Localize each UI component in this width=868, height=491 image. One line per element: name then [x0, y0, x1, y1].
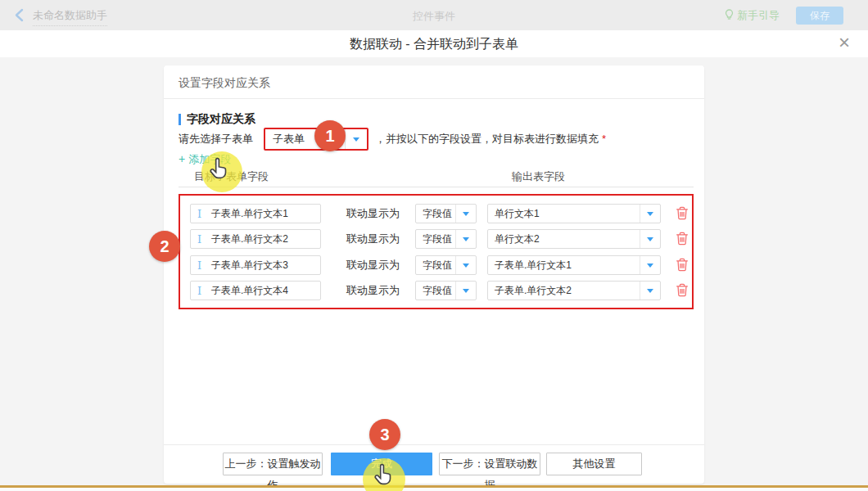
mapping-row: I 子表单.单行文本3 联动显示为 字段值 子表单.单行文本1: [180, 255, 692, 275]
output-field-select[interactable]: 单行文本1: [487, 204, 661, 223]
output-field-value: 单行文本1: [495, 205, 540, 223]
trash-icon[interactable]: [676, 283, 689, 297]
document-title[interactable]: 未命名数据助手: [33, 8, 107, 26]
section-title-label: 字段对应关系: [187, 112, 255, 127]
beginner-guide-label: 新手引导: [737, 8, 780, 23]
text-field-icon: I: [197, 259, 201, 273]
bottom-strip: [0, 488, 868, 491]
hint-text: ，并按以下的字段设置，对目标表进行数据填充: [375, 133, 599, 145]
app-top-bar: 未命名数据助手 控件事件 新手引导 保存: [0, 0, 868, 30]
mapping-row: I 子表单.单行文本1 联动显示为 字段值 单行文本1: [180, 204, 692, 223]
lightbulb-icon: [725, 9, 734, 23]
footer-divider: [164, 444, 704, 445]
value-type-value: 字段值: [423, 256, 452, 274]
caret-down-icon[interactable]: [640, 230, 660, 248]
caret-down-icon[interactable]: [455, 230, 476, 248]
target-field-input[interactable]: I 子表单.单行文本4: [190, 281, 321, 300]
output-field-select[interactable]: 子表单.单行文本2: [487, 281, 661, 300]
caret-down-icon[interactable]: [455, 205, 476, 223]
target-field-input[interactable]: I 子表单.单行文本1: [190, 204, 321, 223]
value-type-select[interactable]: 字段值: [415, 229, 477, 249]
output-field-value: 子表单.单行文本1: [495, 256, 572, 274]
panel-header: 设置字段对应关系: [179, 76, 270, 91]
subform-select-value: 子表单: [273, 129, 305, 149]
relation-label: 联动显示为: [346, 229, 400, 249]
value-type-value: 字段值: [423, 205, 452, 223]
other-settings-button[interactable]: 其他设置: [546, 453, 642, 475]
field-mapping-rows-highlight-box: I 子表单.单行文本1 联动显示为 字段值 单行文本1 I: [179, 194, 694, 309]
column-header-output: 输出表字段: [512, 169, 565, 184]
target-field-value: 子表单.单行文本2: [211, 230, 288, 248]
output-field-value: 子表单.单行文本2: [495, 282, 572, 300]
value-type-select[interactable]: 字段值: [415, 255, 477, 275]
next-step-button[interactable]: 下一步：设置联动数据: [439, 453, 540, 475]
modal-title-bar: 数据联动 - 合并联动到子表单: [0, 30, 868, 58]
subform-select-hint: ，并按以下的字段设置，对目标表进行数据填充*: [375, 128, 606, 151]
target-field-input[interactable]: I 子表单.单行文本2: [190, 229, 321, 249]
target-field-input[interactable]: I 子表单.单行文本3: [190, 255, 321, 275]
trash-icon[interactable]: [676, 206, 689, 220]
app-bar-section-title: 控件事件: [413, 9, 455, 24]
section-title: 字段对应关系: [179, 112, 255, 127]
value-type-value: 字段值: [423, 282, 452, 300]
beginner-guide-link[interactable]: 新手引导: [725, 8, 780, 23]
save-button[interactable]: 保存: [796, 7, 843, 25]
step-1-badge: 1: [314, 120, 346, 151]
column-header-divider: [179, 187, 694, 187]
trash-icon[interactable]: [676, 232, 689, 246]
prev-step-button[interactable]: 上一步：设置触发动作: [223, 453, 323, 475]
close-icon[interactable]: ×: [839, 33, 850, 52]
mapping-row: I 子表单.单行文本2 联动显示为 字段值 单行文本2: [180, 229, 692, 249]
step-3-badge: 3: [369, 419, 400, 450]
mapping-row: I 子表单.单行文本4 联动显示为 字段值 子表单.单行文本2: [180, 281, 692, 300]
target-field-value: 子表单.单行文本3: [211, 256, 288, 274]
text-field-icon: I: [197, 284, 201, 298]
output-field-value: 单行文本2: [495, 230, 540, 248]
relation-label: 联动显示为: [346, 255, 400, 275]
relation-label: 联动显示为: [346, 281, 400, 300]
step-2-badge: 2: [149, 231, 180, 262]
target-field-value: 子表单.单行文本4: [211, 282, 288, 300]
caret-down-icon[interactable]: [345, 129, 367, 149]
hand-pointer-icon: [373, 463, 396, 491]
subform-select-label: 请先选择子表单: [179, 128, 253, 151]
value-type-select[interactable]: 字段值: [415, 281, 477, 300]
header-divider: [164, 98, 704, 99]
back-icon[interactable]: [15, 8, 24, 25]
value-type-select[interactable]: 字段值: [415, 204, 477, 223]
modal-body: 设置字段对应关系 字段对应关系 请先选择子表单 子表单 ，并按以下的字段设置，对…: [0, 57, 868, 491]
output-field-select[interactable]: 子表单.单行文本1: [487, 255, 661, 275]
required-mark: *: [602, 133, 606, 145]
caret-down-icon[interactable]: [640, 256, 660, 274]
text-field-icon: I: [197, 232, 201, 246]
trash-icon[interactable]: [676, 258, 689, 272]
relation-label: 联动显示为: [346, 204, 400, 223]
caret-down-icon[interactable]: [455, 282, 476, 300]
value-type-value: 字段值: [423, 230, 452, 248]
hand-pointer-icon: [208, 157, 231, 185]
modal-title: 数据联动 - 合并联动到子表单: [350, 30, 518, 57]
caret-down-icon[interactable]: [640, 205, 660, 223]
output-field-select[interactable]: 单行文本2: [487, 229, 661, 249]
plus-icon: +: [179, 152, 185, 165]
field-mapping-panel: 设置字段对应关系 字段对应关系 请先选择子表单 子表单 ，并按以下的字段设置，对…: [164, 65, 704, 484]
target-field-value: 子表单.单行文本1: [211, 205, 288, 223]
text-field-icon: I: [197, 207, 201, 221]
section-accent-bar: [179, 114, 181, 125]
caret-down-icon[interactable]: [640, 282, 660, 300]
caret-down-icon[interactable]: [455, 256, 476, 274]
